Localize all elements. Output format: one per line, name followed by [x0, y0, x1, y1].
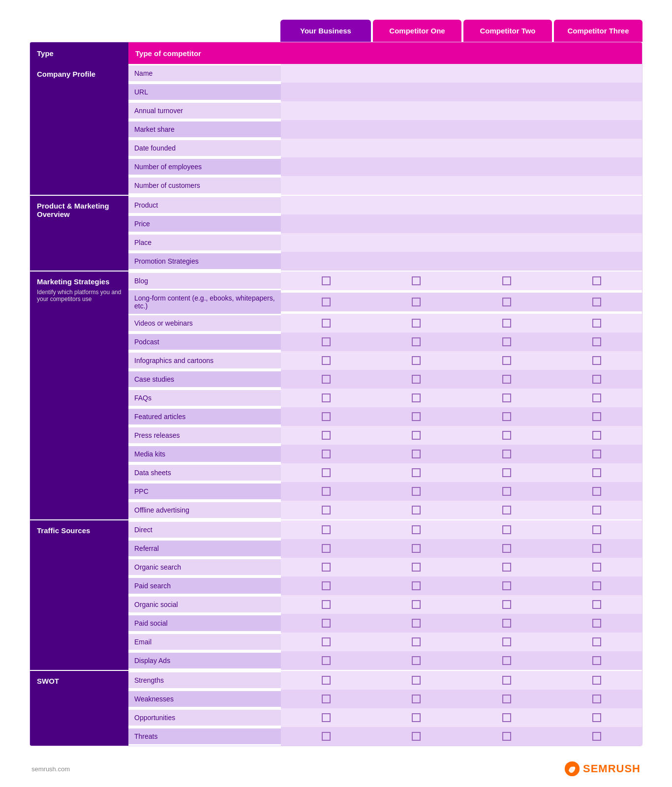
checkbox-marketing-8-3[interactable]	[592, 431, 601, 440]
checkbox-traffic-2-1[interactable]	[412, 563, 421, 572]
checkbox-swot-3-0[interactable]	[322, 732, 331, 741]
checkbox-traffic-6-1[interactable]	[412, 637, 421, 646]
checkbox-traffic-5-0[interactable]	[322, 619, 331, 628]
checkbox-swot-2-2[interactable]	[502, 713, 511, 722]
checkbox-marketing-3-3[interactable]	[592, 337, 601, 346]
checkbox-swot-3-2[interactable]	[502, 732, 511, 741]
checkbox-traffic-4-2[interactable]	[502, 600, 511, 609]
checkbox-traffic-6-2[interactable]	[502, 637, 511, 646]
checkbox-traffic-3-1[interactable]	[412, 581, 421, 590]
checkbox-marketing-6-2[interactable]	[502, 394, 511, 402]
checkbox-swot-2-1[interactable]	[412, 713, 421, 722]
checkbox-marketing-3-2[interactable]	[502, 337, 511, 346]
checkbox-traffic-1-0[interactable]	[322, 544, 331, 553]
checkbox-traffic-7-2[interactable]	[502, 656, 511, 665]
checkbox-marketing-3-1[interactable]	[412, 337, 421, 346]
checkbox-traffic-1-1[interactable]	[412, 544, 421, 553]
checkbox-marketing-4-1[interactable]	[412, 356, 421, 365]
checkbox-marketing-10-2[interactable]	[502, 468, 511, 477]
checkbox-marketing-11-3[interactable]	[592, 487, 601, 496]
checkbox-traffic-1-3[interactable]	[592, 544, 601, 553]
checkbox-marketing-11-2[interactable]	[502, 487, 511, 496]
checkbox-swot-0-0[interactable]	[322, 676, 331, 685]
checkbox-swot-2-0[interactable]	[322, 713, 331, 722]
checkbox-marketing-8-2[interactable]	[502, 431, 511, 440]
checkbox-marketing-11-0[interactable]	[322, 487, 331, 496]
checkbox-traffic-4-0[interactable]	[322, 600, 331, 609]
checkbox-marketing-8-0[interactable]	[322, 431, 331, 440]
checkbox-marketing-9-2[interactable]	[502, 450, 511, 458]
checkbox-marketing-4-0[interactable]	[322, 356, 331, 365]
checkbox-marketing-7-1[interactable]	[412, 412, 421, 421]
checkbox-swot-3-3[interactable]	[592, 732, 601, 741]
checkbox-marketing-2-3[interactable]	[592, 319, 601, 328]
checkbox-marketing-3-0[interactable]	[322, 337, 331, 346]
checkbox-marketing-6-1[interactable]	[412, 394, 421, 402]
checkbox-traffic-2-3[interactable]	[592, 563, 601, 572]
checkbox-marketing-4-3[interactable]	[592, 356, 601, 365]
checkbox-traffic-0-1[interactable]	[412, 525, 421, 534]
checkbox-swot-1-2[interactable]	[502, 695, 511, 703]
checkbox-marketing-1-1[interactable]	[412, 298, 421, 306]
checkbox-traffic-0-3[interactable]	[592, 525, 601, 534]
checkbox-marketing-6-0[interactable]	[322, 394, 331, 402]
checkbox-swot-1-1[interactable]	[412, 695, 421, 703]
checkbox-marketing-11-1[interactable]	[412, 487, 421, 496]
checkbox-marketing-1-3[interactable]	[592, 298, 601, 306]
checkbox-traffic-0-0[interactable]	[322, 525, 331, 534]
checkbox-marketing-2-1[interactable]	[412, 319, 421, 328]
checkbox-marketing-4-2[interactable]	[502, 356, 511, 365]
checkbox-marketing-5-2[interactable]	[502, 375, 511, 384]
checkbox-marketing-9-3[interactable]	[592, 450, 601, 458]
checkbox-marketing-0-0[interactable]	[322, 276, 331, 285]
checkbox-marketing-9-0[interactable]	[322, 450, 331, 458]
checkbox-marketing-12-0[interactable]	[322, 506, 331, 515]
checkbox-marketing-10-0[interactable]	[322, 468, 331, 477]
checkbox-swot-0-1[interactable]	[412, 676, 421, 685]
checkbox-marketing-10-1[interactable]	[412, 468, 421, 477]
checkbox-marketing-6-3[interactable]	[592, 394, 601, 402]
checkbox-marketing-7-3[interactable]	[592, 412, 601, 421]
checkbox-traffic-7-0[interactable]	[322, 656, 331, 665]
checkbox-traffic-3-2[interactable]	[502, 581, 511, 590]
checkbox-marketing-9-1[interactable]	[412, 450, 421, 458]
checkbox-traffic-1-2[interactable]	[502, 544, 511, 553]
checkbox-marketing-5-0[interactable]	[322, 375, 331, 384]
checkbox-traffic-7-1[interactable]	[412, 656, 421, 665]
checkbox-marketing-2-0[interactable]	[322, 319, 331, 328]
checkbox-traffic-2-2[interactable]	[502, 563, 511, 572]
checkbox-marketing-7-2[interactable]	[502, 412, 511, 421]
checkbox-traffic-7-3[interactable]	[592, 656, 601, 665]
checkbox-marketing-0-2[interactable]	[502, 276, 511, 285]
checkbox-marketing-12-1[interactable]	[412, 506, 421, 515]
checkbox-traffic-5-2[interactable]	[502, 619, 511, 628]
checkbox-marketing-0-1[interactable]	[412, 276, 421, 285]
checkbox-marketing-8-1[interactable]	[412, 431, 421, 440]
checkbox-marketing-12-3[interactable]	[592, 506, 601, 515]
checkbox-traffic-2-0[interactable]	[322, 563, 331, 572]
checkbox-traffic-6-0[interactable]	[322, 637, 331, 646]
checkbox-swot-0-2[interactable]	[502, 676, 511, 685]
checkbox-traffic-5-1[interactable]	[412, 619, 421, 628]
checkbox-swot-2-3[interactable]	[592, 713, 601, 722]
checkbox-marketing-7-0[interactable]	[322, 412, 331, 421]
checkbox-marketing-10-3[interactable]	[592, 468, 601, 477]
checkbox-traffic-6-3[interactable]	[592, 637, 601, 646]
checkbox-traffic-3-0[interactable]	[322, 581, 331, 590]
checkbox-traffic-3-3[interactable]	[592, 581, 601, 590]
checkbox-marketing-12-2[interactable]	[502, 506, 511, 515]
checkbox-swot-1-0[interactable]	[322, 695, 331, 703]
checkbox-traffic-5-3[interactable]	[592, 619, 601, 628]
checkbox-marketing-0-3[interactable]	[592, 276, 601, 285]
checkbox-marketing-5-3[interactable]	[592, 375, 601, 384]
checkbox-marketing-2-2[interactable]	[502, 319, 511, 328]
checkbox-swot-1-3[interactable]	[592, 695, 601, 703]
checkbox-marketing-5-1[interactable]	[412, 375, 421, 384]
checkbox-traffic-4-1[interactable]	[412, 600, 421, 609]
checkbox-traffic-0-2[interactable]	[502, 525, 511, 534]
checkbox-marketing-1-2[interactable]	[502, 298, 511, 306]
checkbox-marketing-1-0[interactable]	[322, 298, 331, 306]
checkbox-swot-0-3[interactable]	[592, 676, 601, 685]
checkbox-swot-3-1[interactable]	[412, 732, 421, 741]
checkbox-traffic-4-3[interactable]	[592, 600, 601, 609]
